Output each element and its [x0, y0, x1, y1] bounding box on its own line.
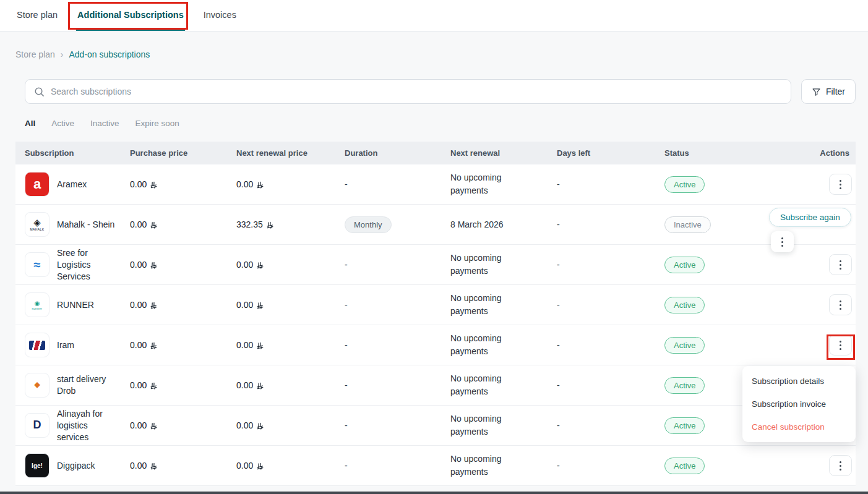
kebab-dot: [840, 341, 841, 343]
next-renewal-value: No upcoming payments: [450, 171, 523, 197]
sar-currency-icon: [256, 302, 264, 310]
kebab-dot: [840, 187, 841, 189]
row-actions-button[interactable]: [829, 254, 852, 275]
breadcrumb-item-add-on-subscriptions[interactable]: Add-on subscriptions: [69, 49, 150, 59]
menu-item-subscription-details[interactable]: Subscription details: [742, 370, 856, 393]
duration-cell: Monthly: [335, 216, 441, 233]
kebab-dot: [840, 268, 841, 270]
days-left-value: -: [557, 420, 560, 430]
next-renewal-price-cell: 0.00: [227, 461, 335, 471]
logo-glyph: ◈: [33, 218, 41, 228]
tab-additional-subscriptions[interactable]: Additional Subscriptions: [76, 0, 185, 31]
kebab-dot: [840, 465, 841, 467]
kebab-dot: [840, 300, 841, 302]
purchase-price-cell: 0.00: [121, 260, 227, 270]
kebab-dot: [781, 245, 783, 247]
sar-currency-icon: [150, 302, 158, 310]
price-value: 0.00: [236, 340, 253, 350]
next-renewal-value: No upcoming payments: [450, 332, 523, 358]
subscribe-again-button[interactable]: Subscribe again: [769, 208, 851, 227]
kebab-dot: [840, 180, 841, 182]
duration-value: -: [345, 300, 348, 310]
row-actions-button[interactable]: [829, 294, 852, 315]
table-body: aAramex0.000.00-No upcoming payments-Act…: [15, 164, 856, 486]
next-renewal-value: No upcoming payments: [450, 252, 523, 278]
filter-button[interactable]: Filter: [801, 79, 856, 104]
status-badge: Active: [664, 297, 705, 313]
price-value: 332.35: [236, 219, 263, 229]
breadcrumb-separator: ›: [61, 49, 64, 59]
price-value: 0.00: [236, 380, 253, 390]
status-badge: Active: [664, 337, 705, 354]
subscription-logo: ◆: [25, 373, 49, 398]
actions-cell: [759, 294, 856, 315]
purchase-price-cell: 0.00: [121, 380, 227, 390]
price-value: 0.00: [236, 420, 253, 430]
subscription-logo: ◉runner: [25, 292, 49, 317]
kebab-dot: [840, 260, 841, 262]
next-renewal-cell: No upcoming payments: [441, 171, 548, 197]
actions-cell: [759, 455, 856, 476]
days-left-cell: -: [548, 339, 655, 351]
sar-currency-icon: [150, 342, 158, 350]
menu-item-cancel-subscription[interactable]: Cancel subscription: [742, 415, 856, 438]
days-left-cell: -: [548, 420, 655, 431]
search-input-wrapper: [25, 79, 791, 104]
next-renewal-price-cell: 0.00: [227, 380, 335, 390]
days-left-value: -: [557, 300, 560, 310]
filter-button-label: Filter: [826, 87, 845, 96]
next-renewal-price-cell: 0.00: [227, 260, 335, 270]
filter-tab-expire-soon[interactable]: Expire soon: [135, 119, 179, 128]
search-input[interactable]: [51, 87, 782, 96]
table-row-iram: Iram0.000.00-No upcoming payments-Active: [15, 325, 856, 365]
sar-currency-icon: [150, 462, 158, 471]
days-left-value: -: [557, 179, 560, 189]
days-left-cell: -: [548, 179, 655, 190]
filter-tab-inactive[interactable]: Inactive: [90, 119, 119, 128]
filter-tab-active[interactable]: Active: [51, 119, 74, 128]
status-cell: Active: [655, 337, 759, 354]
next-renewal-value: No upcoming payments: [450, 292, 523, 318]
status-filter-tabs: AllActiveInactiveExpire soon: [25, 119, 853, 128]
row-actions-button[interactable]: [829, 455, 852, 476]
column-header-actions: Actions: [759, 148, 856, 158]
next-renewal-value: No upcoming payments: [450, 453, 523, 479]
subscription-context-menu: Subscription detailsSubscription invoice…: [742, 366, 856, 442]
status-badge: Inactive: [664, 216, 711, 233]
duration-value: -: [345, 340, 348, 350]
row-actions-button-floating[interactable]: [771, 231, 794, 252]
status-badge: Active: [664, 377, 705, 394]
purchase-price-cell: 0.00: [121, 179, 227, 189]
duration-cell: -: [335, 299, 441, 310]
days-left-value: -: [557, 340, 560, 350]
kebab-dot: [781, 241, 783, 243]
subscription-logo: a: [25, 172, 49, 197]
tab-store-plan[interactable]: Store plan: [15, 0, 59, 31]
row-actions-button[interactable]: [829, 174, 852, 195]
column-header-purchase-price: Purchase price: [121, 148, 227, 158]
table-row-start-delivery-drob: ◆start delivery Drob0.000.00-No upcoming…: [15, 365, 856, 406]
kebab-dot: [840, 304, 841, 306]
search-icon: [34, 87, 45, 97]
subscription-name: Sree for Logistics Services: [57, 247, 121, 283]
breadcrumb-item-store-plan[interactable]: Store plan: [15, 49, 55, 59]
status-cell: Active: [655, 297, 759, 313]
next-renewal-cell: No upcoming payments: [441, 453, 548, 479]
next-renewal-price-cell: 0.00: [227, 179, 335, 189]
duration-value: -: [345, 380, 348, 390]
purchase-price-cell: 0.00: [121, 340, 227, 350]
logo-glyph: ◆: [34, 381, 40, 389]
days-left-cell: -: [548, 259, 655, 270]
kebab-dot: [840, 308, 841, 310]
subscription-name: Aramex: [57, 179, 87, 190]
tab-invoices[interactable]: Invoices: [202, 0, 238, 31]
filter-tab-all[interactable]: All: [25, 119, 35, 128]
next-renewal-price-cell: 332.35: [227, 219, 335, 229]
subscription-cell: ◈MAHALKMahalk - Shein: [15, 212, 121, 237]
logo-glyph: D: [33, 419, 41, 432]
duration-cell: -: [335, 460, 441, 471]
duration-pill: Monthly: [345, 216, 392, 233]
next-renewal-value: No upcoming payments: [450, 412, 523, 438]
row-actions-button[interactable]: [829, 334, 852, 356]
menu-item-subscription-invoice[interactable]: Subscription invoice: [742, 393, 856, 415]
